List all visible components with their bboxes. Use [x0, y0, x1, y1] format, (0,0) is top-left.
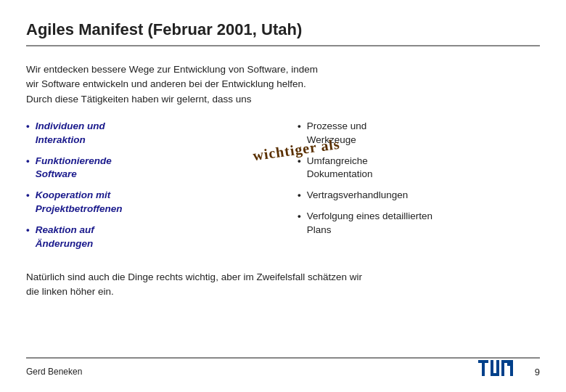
right-item-2-line2: Dokumentation	[307, 168, 373, 179]
closing-line1: Natürlich sind auch die Dinge rechts wic…	[26, 271, 362, 282]
closing-text: Natürlich sind auch die Dinge rechts wic…	[26, 270, 540, 300]
svg-rect-10	[510, 360, 513, 376]
left-item-4-line2: Änderungen	[36, 238, 94, 249]
left-item-2-line2: Software	[36, 168, 77, 179]
right-item-1-line1: Prozesse und	[307, 121, 367, 131]
svg-rect-8	[507, 360, 510, 363]
left-item-4-line1: Reaktion auf	[36, 224, 94, 235]
tum-logo	[478, 363, 516, 380]
footer-author: Gerd Beneken	[26, 367, 82, 377]
left-item-1-line1: Individuen und	[36, 121, 105, 131]
left-item-2-line1: Funktionierende	[36, 155, 112, 166]
svg-rect-3	[491, 373, 499, 376]
title-section: Agiles Manifest (Februar 2001, Utah)	[26, 20, 540, 55]
svg-rect-0	[478, 360, 488, 363]
tum-logo-svg	[478, 360, 516, 380]
right-item-4-line1: Verfolgung eines detaillierten	[307, 211, 432, 221]
left-item-2: Funktionierende Software	[26, 155, 268, 182]
left-item-4: Reaktion auf Änderungen	[26, 224, 268, 251]
slide-title: Agiles Manifest (Februar 2001, Utah)	[26, 20, 540, 39]
left-bullet-list: Individuen und Interaktion Funktionieren…	[26, 120, 268, 251]
left-item-1: Individuen und Interaktion	[26, 120, 268, 147]
slide: Agiles Manifest (Februar 2001, Utah) Wir…	[0, 0, 566, 392]
intro-line3: Durch diese Tätigkeiten haben wir gelern…	[26, 94, 251, 105]
right-item-4-line2: Plans	[307, 224, 332, 235]
footer-page: 9	[535, 367, 540, 377]
svg-rect-2	[491, 360, 493, 373]
left-item-3-line1: Kooperation mit	[36, 189, 111, 200]
closing-line2: die linken höher ein.	[26, 286, 114, 297]
left-item-3-line2: Projektbetroffenen	[36, 203, 123, 214]
left-item-3: Kooperation mit Projektbetroffenen	[26, 189, 268, 216]
intro-line2: wir Software entwickeln und anderen bei …	[26, 78, 306, 89]
intro-text: Wir entdecken bessere Wege zur Entwicklu…	[26, 62, 540, 107]
title-divider	[26, 45, 540, 46]
footer-logo: 9	[478, 363, 540, 380]
svg-rect-1	[482, 363, 485, 376]
right-item-3-line1: Vertragsverhandlungen	[307, 189, 409, 200]
footer: Gerd Beneken	[26, 357, 540, 380]
svg-rect-7	[507, 363, 510, 366]
right-item-2: Umfangreiche Dokumentation	[298, 155, 540, 182]
svg-rect-4	[496, 360, 499, 373]
right-item-2-line1: Umfangreiche	[307, 155, 368, 166]
left-item-1-line2: Interaktion	[36, 134, 86, 145]
svg-rect-5	[501, 360, 504, 376]
right-item-3: Vertragsverhandlungen	[298, 189, 540, 203]
svg-rect-6	[504, 360, 507, 363]
intro-line1: Wir entdecken bessere Wege zur Entwicklu…	[26, 64, 318, 75]
content-columns: Individuen und Interaktion Funktionieren…	[26, 120, 540, 258]
right-item-4: Verfolgung eines detaillierten Plans	[298, 210, 540, 237]
left-column: Individuen und Interaktion Funktionieren…	[26, 120, 283, 258]
